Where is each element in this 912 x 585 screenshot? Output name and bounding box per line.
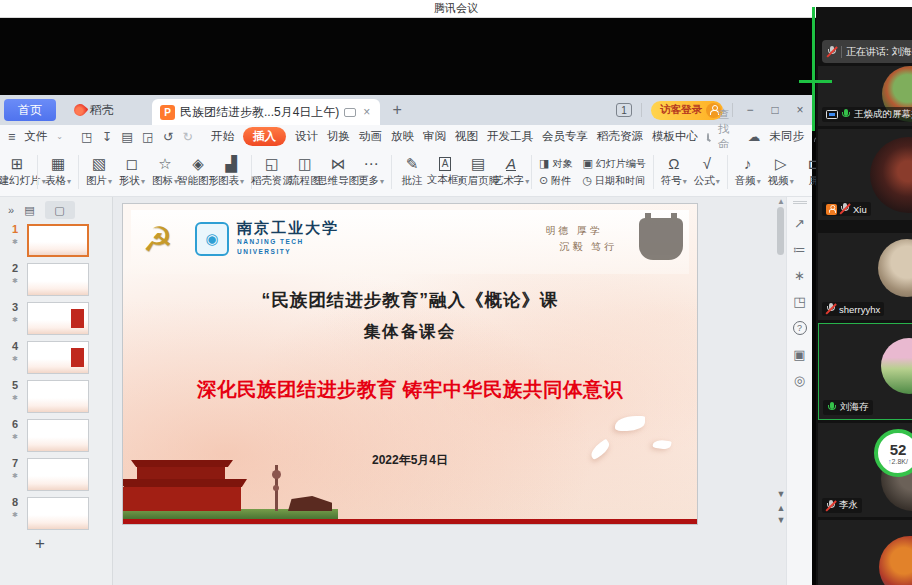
object-properties-icon[interactable] bbox=[793, 243, 806, 256]
window-count-button[interactable]: 1 bbox=[616, 103, 632, 117]
ribbon-formula[interactable]: 公式 bbox=[694, 156, 720, 188]
menu-docer-resource[interactable]: 稻壳资源 bbox=[597, 129, 643, 144]
thumbnail-image[interactable] bbox=[27, 341, 89, 374]
participant-tile-sherryyhx[interactable]: sherryyhx bbox=[818, 233, 912, 320]
ribbon-comment[interactable]: 批注 bbox=[399, 156, 425, 188]
slide-sorter-button[interactable]: ▢ bbox=[45, 201, 75, 219]
participant-tile[interactable] bbox=[818, 520, 912, 585]
export-icon[interactable]: ↧ bbox=[102, 129, 112, 144]
help-icon[interactable] bbox=[793, 321, 807, 335]
next-slide-button[interactable]: ▼ bbox=[776, 515, 786, 525]
close-button[interactable] bbox=[792, 103, 808, 117]
sync-status[interactable]: 未同步 bbox=[769, 129, 804, 144]
thumbnail-image[interactable] bbox=[27, 419, 89, 452]
home-tab[interactable]: 首页 bbox=[4, 99, 56, 121]
menu-file[interactable]: 文件 bbox=[24, 129, 47, 144]
minimize-button[interactable] bbox=[742, 103, 758, 117]
wps-ppt-logo-icon: P bbox=[160, 105, 175, 120]
slide-thumbnail-3[interactable]: 3 bbox=[6, 302, 89, 335]
slide-thumbnail-5[interactable]: 5 bbox=[6, 380, 89, 413]
performance-widget[interactable]: 52 2.8K/ bbox=[874, 429, 912, 477]
maximize-button[interactable] bbox=[767, 103, 783, 117]
menu-view[interactable]: 视图 bbox=[455, 129, 478, 144]
ribbon-chart[interactable]: 图表 bbox=[218, 156, 244, 188]
thumbnail-image[interactable] bbox=[27, 497, 89, 530]
slide-thumbnail-1[interactable]: 1 bbox=[6, 224, 89, 257]
menu-review[interactable]: 审阅 bbox=[423, 129, 446, 144]
ribbon-docer-resource[interactable]: 稻壳资源 bbox=[259, 156, 285, 188]
participant-tile-xiu[interactable]: Xiu bbox=[818, 129, 912, 220]
slide-thumbnail-7[interactable]: 7 bbox=[6, 458, 89, 491]
slide-thumbnail-8[interactable]: 8 bbox=[6, 497, 89, 530]
docer-panel-icon[interactable] bbox=[793, 348, 805, 361]
slide-thumbnail-6[interactable]: 6 bbox=[6, 419, 89, 452]
thumbnail-image[interactable] bbox=[27, 458, 89, 491]
slide-number: 8 bbox=[12, 497, 18, 508]
thumbnail-image[interactable] bbox=[27, 263, 89, 296]
ribbon-smartart[interactable]: 智能图形 bbox=[185, 156, 211, 188]
menu-start[interactable]: 开始 bbox=[211, 129, 234, 144]
outline-view-icon[interactable]: ▤ bbox=[24, 204, 34, 217]
ribbon-symbol[interactable]: 符号 bbox=[661, 156, 687, 188]
scroll-down-icon[interactable]: ▼ bbox=[776, 489, 786, 499]
participant-tile-liuhaicun[interactable]: 刘海存 bbox=[818, 323, 912, 420]
ribbon-more[interactable]: 更多 bbox=[358, 156, 384, 188]
vertical-scrollbar-thumb[interactable] bbox=[777, 207, 784, 255]
ribbon-mindmap[interactable]: 思维导图 bbox=[325, 156, 351, 188]
new-tab-button[interactable]: + bbox=[392, 101, 401, 119]
ribbon-wordart[interactable]: 艺术字 bbox=[498, 156, 524, 188]
slide-thumbnail-2[interactable]: 2 bbox=[6, 263, 89, 296]
participant-name: Xiu bbox=[853, 204, 867, 215]
menu-template-center[interactable]: 模板中心 bbox=[652, 129, 698, 144]
navigate-icon[interactable] bbox=[794, 374, 805, 387]
motto-line2: 沉毅 笃行 bbox=[560, 239, 618, 255]
participant-tile-liyong[interactable]: 52 2.8K/ 李永 bbox=[818, 423, 912, 517]
menu-member[interactable]: 会员专享 bbox=[542, 129, 588, 144]
document-tab[interactable]: P 民族团结进步教...5月4日上午) × bbox=[152, 99, 380, 125]
self-mic-muted-icon[interactable] bbox=[827, 46, 837, 58]
ribbon-datetime[interactable]: 日期和时间 bbox=[582, 174, 645, 188]
ribbon-object[interactable]: 对象 bbox=[539, 157, 572, 171]
participant-tile-wanghuancheng[interactable]: 王焕成的屏幕共享 bbox=[818, 66, 912, 126]
rail-drag-handle[interactable] bbox=[793, 201, 807, 204]
menu-transition[interactable]: 切换 bbox=[327, 129, 350, 144]
thumbnail-image[interactable] bbox=[27, 380, 89, 413]
ribbon-header-footer[interactable]: 页眉页脚 bbox=[465, 156, 491, 188]
ribbon-flowchart[interactable]: 流程图 bbox=[292, 156, 318, 188]
guest-login-button[interactable]: 访客登录 bbox=[651, 101, 723, 120]
menu-devtools[interactable]: 开发工具 bbox=[487, 129, 533, 144]
window-layout-icon[interactable] bbox=[793, 295, 805, 308]
previous-slide-button[interactable]: ▲ bbox=[776, 503, 786, 513]
ribbon-table[interactable]: 表格 bbox=[45, 156, 71, 188]
hamburger-icon[interactable]: ≡ bbox=[8, 130, 15, 144]
ribbon-attachment[interactable]: 附件 bbox=[539, 174, 572, 188]
ribbon-new-slide[interactable]: 新建幻灯片 bbox=[4, 156, 30, 188]
ribbon-icon-library[interactable]: 图标 bbox=[152, 156, 178, 188]
add-slide-button[interactable]: + bbox=[0, 533, 80, 555]
tab-close-icon[interactable]: × bbox=[361, 105, 372, 119]
thumbnail-image[interactable] bbox=[27, 302, 89, 335]
slide-thumbnail-4[interactable]: 4 bbox=[6, 341, 89, 374]
slide-canvas[interactable]: ☭ ◉ 南京工业大学 NANJING TECH UNIVERSITY 明德 厚学… bbox=[122, 203, 698, 525]
undo-icon[interactable]: ↺ bbox=[163, 129, 173, 144]
collapse-panel-icon[interactable]: » bbox=[8, 204, 14, 216]
redo-icon[interactable]: ↻ bbox=[182, 129, 192, 144]
rocket-boost-icon[interactable] bbox=[794, 217, 805, 230]
docer-tab[interactable]: 稻壳 bbox=[62, 99, 126, 121]
ribbon-picture[interactable]: 图片 bbox=[86, 156, 112, 188]
ribbon-video[interactable]: 视频 bbox=[768, 156, 794, 188]
menu-slideshow[interactable]: 放映 bbox=[391, 129, 414, 144]
menu-design[interactable]: 设计 bbox=[295, 129, 318, 144]
menu-insert[interactable]: 插入 bbox=[243, 127, 286, 146]
ribbon-audio[interactable]: 音频 bbox=[735, 156, 761, 188]
ribbon-shape[interactable]: 形状 bbox=[119, 156, 145, 188]
print-preview-icon[interactable]: ◲ bbox=[142, 129, 154, 144]
ribbon-slide-number[interactable]: 幻灯片编号 bbox=[582, 157, 645, 171]
scroll-up-icon[interactable]: ▲ bbox=[777, 197, 785, 206]
save-icon[interactable]: ◳ bbox=[81, 129, 93, 144]
ribbon-textbox[interactable]: 文本框 bbox=[432, 157, 458, 187]
menu-animation[interactable]: 动画 bbox=[359, 129, 382, 144]
thumbnail-image[interactable] bbox=[27, 224, 89, 257]
smart-beautify-icon[interactable] bbox=[794, 269, 805, 282]
print-icon[interactable]: ▤ bbox=[121, 129, 133, 144]
